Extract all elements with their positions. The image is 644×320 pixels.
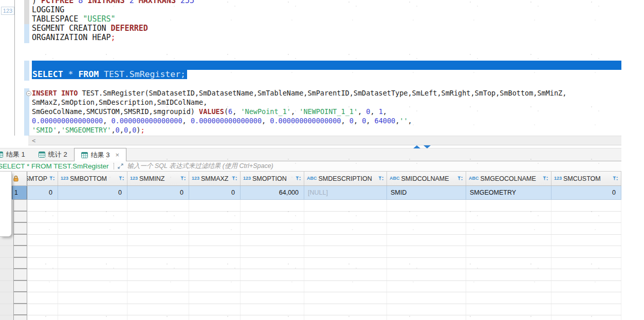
empty-cell[interactable] [466, 315, 551, 320]
empty-cell[interactable] [387, 281, 466, 292]
empty-cell[interactable] [27, 315, 58, 320]
filter-sort-icon[interactable] [455, 175, 463, 182]
column-header-smmaxz[interactable]: 123SMMAXZ [189, 172, 241, 185]
empty-cell[interactable] [58, 269, 127, 280]
empty-cell[interactable] [387, 200, 466, 211]
cell-smminz[interactable]: 0 [127, 186, 189, 199]
empty-cell[interactable] [241, 292, 304, 304]
results-tab-3[interactable]: 结果 3× [74, 148, 126, 161]
filter-sort-icon[interactable] [541, 175, 548, 182]
empty-cell[interactable] [387, 235, 466, 246]
column-header-smcustom[interactable]: 123SMCUSTOM [551, 172, 621, 185]
empty-cell[interactable] [241, 212, 304, 223]
empty-cell[interactable] [27, 281, 58, 292]
column-header-smdescription[interactable]: ABCSMDESCRIPTION [304, 172, 387, 185]
empty-row[interactable] [0, 200, 621, 212]
empty-cell[interactable] [304, 223, 387, 234]
empty-cell[interactable] [304, 315, 387, 320]
empty-cell[interactable] [127, 200, 189, 211]
empty-cell[interactable] [551, 258, 621, 269]
empty-cell[interactable] [387, 258, 466, 269]
empty-cell[interactable] [127, 269, 189, 280]
empty-cell[interactable] [466, 212, 551, 223]
results-tab-2[interactable]: 统计 2 [32, 148, 74, 161]
empty-cell[interactable] [27, 212, 58, 223]
empty-cell[interactable] [387, 223, 466, 234]
empty-cell[interactable] [189, 235, 241, 246]
empty-cell[interactable] [387, 269, 466, 280]
column-header-smtop[interactable]: 123SMTOP [27, 172, 58, 185]
empty-cell[interactable] [304, 304, 387, 315]
tab-close-icon[interactable]: × [116, 151, 120, 159]
empty-cell[interactable] [127, 212, 189, 223]
empty-cell[interactable] [27, 200, 58, 211]
sql-editor[interactable]: ) PCTFREE 8 INITRANS 2 MAXTRANS 255LOGGI… [0, 0, 621, 136]
filter-expand-button[interactable] [117, 163, 124, 170]
empty-cell[interactable] [241, 281, 304, 292]
empty-cell[interactable] [551, 212, 621, 223]
empty-row[interactable] [0, 258, 621, 270]
column-header-smidcolname[interactable]: ABCSMIDCOLNAME [387, 172, 466, 185]
empty-cell[interactable] [27, 304, 58, 315]
results-tab-1[interactable]: 结果 1 [0, 148, 32, 161]
column-header-smminz[interactable]: 123SMMINZ [127, 172, 189, 185]
editor-horizontal-scrollbar[interactable]: < [28, 136, 621, 145]
empty-cell[interactable] [466, 281, 551, 292]
empty-cell[interactable] [466, 292, 551, 304]
empty-cell[interactable] [58, 292, 127, 304]
empty-cell[interactable] [189, 200, 241, 211]
empty-cell[interactable] [551, 292, 621, 304]
empty-cell[interactable] [27, 246, 58, 257]
empty-row[interactable] [0, 212, 621, 223]
empty-cell[interactable] [58, 315, 127, 320]
empty-row[interactable] [0, 281, 621, 293]
empty-cell[interactable] [466, 235, 551, 246]
empty-cell[interactable] [58, 246, 127, 257]
empty-cell[interactable] [304, 292, 387, 304]
empty-cell[interactable] [58, 281, 127, 292]
empty-cell[interactable] [189, 212, 241, 223]
empty-cell[interactable] [304, 246, 387, 257]
empty-cell[interactable] [551, 246, 621, 257]
cell-smoption[interactable]: 64,000 [241, 186, 304, 199]
empty-cell[interactable] [127, 315, 189, 320]
empty-cell[interactable] [127, 235, 189, 246]
empty-cell[interactable] [387, 304, 466, 315]
empty-cell[interactable] [27, 258, 58, 269]
empty-row[interactable] [0, 269, 621, 281]
empty-row[interactable] [0, 223, 621, 235]
filter-sort-icon[interactable] [376, 175, 384, 182]
column-header-smbottom[interactable]: 123SMBOTTOM [58, 172, 127, 185]
cell-smcustom[interactable]: 0 [551, 186, 621, 199]
empty-cell[interactable] [58, 304, 127, 315]
filter-input[interactable]: 输入一个 SQL 表达式来过滤结果 (使用 Ctrl+Space) [127, 162, 273, 171]
empty-cell[interactable] [58, 200, 127, 211]
empty-cell[interactable] [58, 223, 127, 234]
empty-cell[interactable] [387, 315, 466, 320]
empty-row[interactable] [0, 246, 621, 258]
empty-cell[interactable] [189, 304, 241, 315]
empty-cell[interactable] [241, 246, 304, 257]
empty-cell[interactable] [58, 258, 127, 269]
code-lines[interactable]: ) PCTFREE 8 INITRANS 2 MAXTRANS 255LOGGI… [32, 0, 621, 135]
empty-cell[interactable] [241, 235, 304, 246]
empty-cell[interactable] [304, 235, 387, 246]
empty-cell[interactable] [466, 246, 551, 257]
empty-cell[interactable] [58, 235, 127, 246]
empty-cell[interactable] [241, 269, 304, 280]
filter-sort-icon[interactable] [47, 175, 55, 182]
table-row-selected[interactable]: 1000064,000[NULL]SMIDSMGEOMETRY0 [0, 186, 621, 200]
empty-cell[interactable] [189, 315, 241, 320]
empty-cell[interactable] [304, 281, 387, 292]
empty-cell[interactable] [241, 315, 304, 320]
empty-cell[interactable] [241, 200, 304, 211]
empty-cell[interactable] [27, 292, 58, 304]
empty-cell[interactable] [127, 258, 189, 269]
empty-cell[interactable] [241, 304, 304, 315]
column-header-smgeocolname[interactable]: ABCSMGEOCOLNAME [466, 172, 551, 185]
empty-row[interactable] [0, 315, 621, 320]
filter-sort-icon[interactable] [178, 175, 186, 182]
empty-cell[interactable] [551, 235, 621, 246]
empty-cell[interactable] [551, 315, 621, 320]
empty-cell[interactable] [189, 292, 241, 304]
